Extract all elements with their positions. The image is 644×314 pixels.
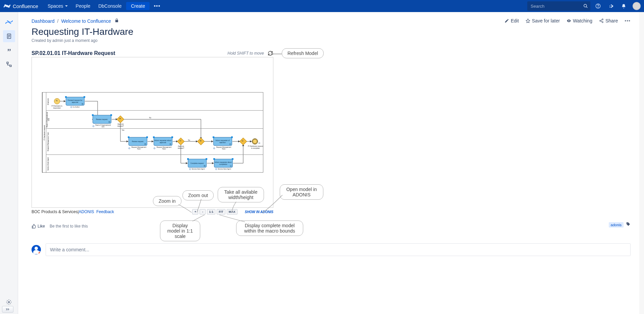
svg-line-15: [601, 20, 602, 20]
macro-title: SP.02.01.01 IT-Hardware Request: [32, 50, 227, 56]
end-event-label: IT-Hardware request is complete: [248, 145, 263, 149]
share-button[interactable]: Share: [599, 18, 618, 23]
restrictions-icon[interactable]: [114, 18, 119, 24]
zoom-max-button[interactable]: MAX: [227, 209, 237, 214]
svg-point-3: [598, 7, 598, 7]
sidebar-space-icon[interactable]: [3, 16, 15, 28]
user-avatar[interactable]: [633, 2, 641, 10]
show-in-adonis-link[interactable]: SHOW IN ADONIS: [245, 210, 273, 214]
page-content: Edit Save for later Watching Share ••• D…: [18, 12, 644, 314]
boc-label: BOC Products & Services: [32, 209, 77, 214]
start-event-label: IT-Hardware is requested: [49, 105, 65, 109]
end-event: [252, 138, 258, 144]
header-right: [527, 1, 641, 11]
svg-point-13: [600, 20, 601, 21]
svg-point-14: [602, 21, 603, 23]
create-button[interactable]: Create: [126, 2, 150, 10]
task-forward: Forward request for approval02: [66, 97, 85, 106]
page-title: Requesting IT-Hardware: [32, 26, 631, 37]
svg-rect-9: [10, 65, 11, 67]
comment-avatar: [32, 245, 41, 254]
sidebar-quote-icon[interactable]: [3, 44, 15, 56]
search-input[interactable]: [527, 2, 581, 10]
labels-icon[interactable]: [626, 222, 631, 228]
zoom-controls: + - 1:1 FIT MAX SHOW IN ADONIS: [192, 209, 273, 214]
callout-zoom-out: Zoom out: [182, 190, 214, 200]
svg-rect-8: [7, 62, 8, 64]
nav-more-button[interactable]: •••: [151, 2, 163, 10]
tag-adonis[interactable]: adonis: [609, 222, 624, 228]
macro-footer: BOC Products & Services | ADONIS Feedbac…: [32, 209, 273, 214]
confluence-icon: [3, 2, 11, 10]
svg-point-12: [602, 19, 603, 20]
zoom-fit-button[interactable]: FIT: [217, 209, 225, 214]
nav-dbconsole[interactable]: DbConsole: [95, 2, 125, 10]
zoom-out-button[interactable]: -: [200, 209, 206, 214]
callout-scale11: Display model in 1:1 scale: [160, 221, 200, 241]
watching-button[interactable]: Watching: [567, 18, 592, 23]
search-icon[interactable]: [581, 1, 590, 11]
svg-point-10: [8, 301, 9, 303]
notifications-icon[interactable]: [619, 1, 629, 11]
main-layout: Edit Save for later Watching Share ••• D…: [0, 12, 644, 314]
breadcrumb-dashboard[interactable]: Dashboard: [32, 18, 55, 24]
comment-input[interactable]: Write a comment...: [46, 243, 631, 256]
scrollbar-track[interactable]: [639, 12, 644, 314]
callout-zoom-in: Zoom in: [153, 196, 181, 206]
left-sidebar: [0, 12, 18, 314]
page-byline: Created by admin just a moment ago: [32, 38, 631, 43]
header-nav: Spaces People DbConsole Create •••: [44, 2, 163, 10]
feedback-link[interactable]: Feedback: [96, 209, 114, 214]
product-name: Confluence: [13, 3, 38, 9]
svg-line-1: [586, 7, 587, 8]
callout-complete: Display complete model within the macro …: [236, 221, 303, 236]
comment-bar: Write a comment...: [32, 243, 631, 256]
task-inform-reject: Inform requester of rejection10: [213, 137, 232, 146]
like-button[interactable]: Like: [32, 224, 45, 229]
callout-refresh: Refresh Model: [282, 48, 324, 58]
expand-sidebar-button[interactable]: [2, 306, 13, 313]
task-inform-complete: Inform requester about completion11: [214, 159, 233, 168]
adonis-link[interactable]: ADONIS: [79, 209, 94, 214]
task-inform-approval: Inform requester about approval06: [154, 137, 172, 146]
macro-area: SP.02.01.01 IT-Hardware Request Hold SHI…: [32, 50, 354, 214]
lane-head: Head of Organizational Unit: [46, 111, 263, 129]
callout-open-adonis: Open model in ADONIS: [280, 184, 323, 200]
app-header: Confluence Spaces People DbConsole Creat…: [0, 0, 644, 12]
search-box: [527, 1, 590, 11]
edit-button[interactable]: Edit: [504, 18, 519, 23]
pool-label: IT-Hardware request: [42, 92, 46, 173]
settings-icon[interactable]: [606, 1, 616, 11]
nav-people[interactable]: People: [72, 2, 94, 10]
page-more-button[interactable]: •••: [625, 18, 631, 23]
callout-take-wh: Take all avilable width/height: [218, 187, 264, 202]
product-logo[interactable]: Confluence: [3, 2, 38, 10]
task-review-2: Review request05: [128, 137, 147, 146]
page-actions-bar: Edit Save for later Watching Share •••: [504, 18, 631, 23]
breadcrumb-welcome[interactable]: Welcome to Confluence: [61, 18, 111, 24]
tag-row: adonis: [609, 222, 631, 228]
model-viewport[interactable]: IT-Hardware request Employee Head of Org…: [32, 57, 273, 208]
zoom-11-button[interactable]: 1:1: [207, 209, 215, 214]
task-review-1: Review request03: [93, 115, 111, 124]
zoom-in-button[interactable]: +: [192, 209, 198, 214]
like-hint: Be the first to like this: [50, 224, 88, 229]
macro-header: SP.02.01.01 IT-Hardware Request Hold SHI…: [32, 50, 273, 56]
nav-spaces[interactable]: Spaces: [44, 2, 71, 10]
sidebar-pages-icon[interactable]: [3, 30, 15, 42]
help-icon[interactable]: [593, 1, 603, 11]
sidebar-tree-icon[interactable]: [3, 58, 15, 70]
svg-line-16: [601, 21, 602, 22]
svg-point-0: [584, 4, 587, 7]
svg-point-11: [569, 20, 569, 21]
move-hint: Hold SHIFT to move: [227, 51, 264, 56]
like-row: Like Be the first to like this: [32, 224, 631, 229]
refresh-icon[interactable]: [267, 50, 273, 56]
bpmn-diagram: IT-Hardware request Employee Head of Org…: [42, 92, 263, 173]
chevron-down-icon: [65, 5, 68, 7]
task-complete: Complete request09: [188, 159, 207, 168]
save-for-later-button[interactable]: Save for later: [526, 18, 560, 23]
